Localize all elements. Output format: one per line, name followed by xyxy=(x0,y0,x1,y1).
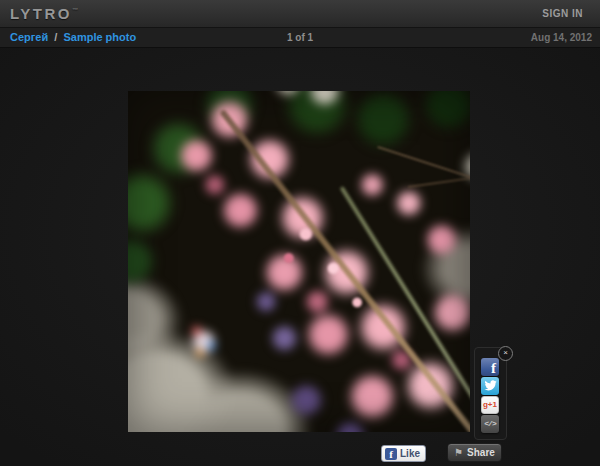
facebook-like-button[interactable]: f Like xyxy=(381,445,426,462)
photo-vignette xyxy=(128,91,470,432)
sign-in-button[interactable]: SIGN IN xyxy=(542,8,583,19)
like-button-label: Like xyxy=(400,448,420,459)
google-plus-one-icon: g+1 xyxy=(482,397,498,412)
lytro-logo-text: LYTRO xyxy=(10,5,72,22)
share-button-label: Share xyxy=(467,447,495,458)
photo-date: Aug 14, 2012 xyxy=(531,32,592,43)
embed-code-button[interactable]: </> xyxy=(481,415,499,433)
lightfield-photo[interactable] xyxy=(128,91,470,432)
facebook-icon: f xyxy=(481,361,499,376)
twitter-bird-icon xyxy=(484,380,497,391)
close-icon[interactable]: × xyxy=(498,346,513,361)
pagination-counter: 1 of 1 xyxy=(0,32,600,43)
embed-code-icon: </> xyxy=(481,415,499,433)
facebook-f-icon: f xyxy=(385,448,397,460)
lytro-photo-page: LYTRO™ SIGN IN Сергей / Sample photo 1 o… xyxy=(0,0,600,466)
facebook-share-button[interactable]: f xyxy=(481,358,499,376)
google-plus-one-button[interactable]: g+1 xyxy=(481,396,499,414)
photo-info-bar: Сергей / Sample photo 1 of 1 Aug 14, 201… xyxy=(0,28,600,48)
share-flag-icon: ⚑ xyxy=(454,448,463,458)
twitter-share-button[interactable] xyxy=(481,377,499,395)
lytro-logo[interactable]: LYTRO™ xyxy=(10,5,78,22)
share-button[interactable]: ⚑ Share xyxy=(447,443,502,462)
trademark-symbol: ™ xyxy=(72,7,78,13)
top-header-bar: LYTRO™ SIGN IN xyxy=(0,0,600,28)
viewer-stage: × f g+1 </> f Like ⚑ Share xyxy=(0,48,600,466)
